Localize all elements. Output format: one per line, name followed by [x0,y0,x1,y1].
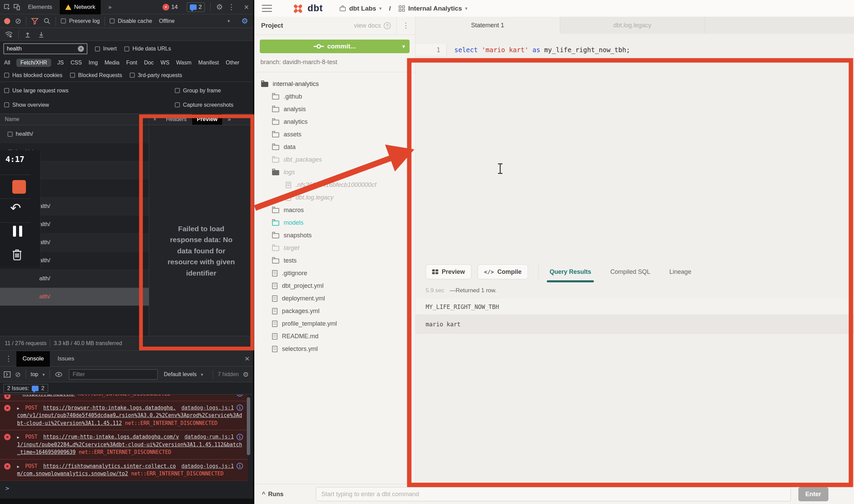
invert-checkbox[interactable]: Invert [95,46,117,52]
context-selector[interactable]: top ▾ [31,371,45,377]
network-request-row[interactable]: alth/ [0,288,149,306]
import-har-icon[interactable] [24,31,31,38]
info-icon[interactable]: i [237,434,243,440]
tree-item[interactable]: dbt.log.legacy [254,191,415,204]
tab-headers[interactable]: Headers [161,114,191,125]
tree-item[interactable]: .github [254,90,415,103]
close-detail-icon[interactable]: × [149,116,160,122]
clear-console-icon[interactable]: ⊘ [15,370,21,379]
tab-network[interactable]: Network [60,0,101,14]
tree-item[interactable]: profile_template.yml [254,317,415,330]
type-chip[interactable]: Other [225,59,240,67]
network-filter-input[interactable]: health × [3,43,87,54]
device-toolbar-icon[interactable] [13,3,20,11]
sql-editor[interactable]: 1 select 'mario kart' as my_life_right_n… [415,34,854,261]
tree-item[interactable]: dbt_project.yml [254,280,415,292]
issues-pill[interactable]: 2 Issues: 2 [3,384,48,393]
network-conditions-icon[interactable] [5,31,13,38]
console-settings-gear-icon[interactable]: ⚙ [243,370,249,379]
compile-button[interactable]: </> Compile [478,264,528,279]
tree-item[interactable]: .gitignore [254,267,415,280]
network-settings-gear-icon[interactable]: ⚙ [241,17,248,26]
results-tab[interactable]: Lineage [669,261,691,282]
type-chip[interactable]: JS [57,59,65,67]
filter-checkbox[interactable]: 3rd-party requests [130,72,182,78]
commit-dropdown-chevron-icon[interactable]: ▾ [402,44,405,49]
tab-preview[interactable]: Preview [192,114,222,125]
tree-item[interactable]: .nfs3665c416bfecb1000000cf [254,179,415,191]
tree-item[interactable]: analysis [254,103,415,116]
close-drawer-icon[interactable]: × [241,354,253,364]
project-kebab-icon[interactable]: ⋮ [396,17,415,34]
hide-data-urls-checkbox[interactable]: Hide data URLs [124,46,171,52]
type-chip[interactable]: Img [88,59,99,67]
preview-button[interactable]: Preview [426,264,471,279]
info-icon[interactable]: i [237,395,243,397]
trash-icon[interactable] [12,248,23,262]
filter-checkbox[interactable]: Has blocked cookies [4,72,62,78]
console-filter-input[interactable]: Filter [69,369,158,380]
issues-count-badge[interactable]: 2 [187,2,205,12]
network-request-row[interactable]: health/ [0,125,149,143]
tree-item[interactable]: snapshots [254,229,415,242]
tab-issues[interactable]: Issues [51,351,80,367]
results-tab[interactable]: Query Results [550,261,591,282]
source-location-link[interactable]: datadog-rum.js:1 [185,433,234,441]
throttling-caret-icon[interactable]: ▾ [228,18,230,24]
project-switcher[interactable]: Internal Analytics ▾ [398,5,467,12]
stop-recording-button[interactable] [12,180,26,194]
tab-elements[interactable]: Elements [23,0,58,14]
tree-item[interactable]: target [254,242,415,254]
type-chip[interactable]: Font [126,59,138,67]
tree-item[interactable]: logs [254,166,415,179]
expand-triangle-icon[interactable]: ▶ [17,406,19,411]
search-icon[interactable] [43,17,51,25]
inspect-element-icon[interactable] [3,3,11,11]
type-chip[interactable]: Fetch/XHR [16,59,51,67]
record-icon[interactable] [4,18,10,24]
info-icon[interactable]: i [237,463,243,469]
console-prompt-chevron[interactable]: > [5,485,9,492]
undo-icon[interactable]: ↶ [10,201,21,216]
expand-triangle-icon[interactable]: ▶ [17,464,19,469]
tree-item[interactable]: assets [254,128,415,141]
results-tab[interactable]: Compiled SQL [610,261,650,282]
log-levels-select[interactable]: Default levels ▾ [164,371,203,377]
type-chip[interactable]: Media [104,59,120,67]
more-tabs-icon[interactable]: » [103,0,117,14]
close-devtools-icon[interactable]: × [240,2,253,12]
info-icon[interactable]: i [237,404,243,411]
commit-button[interactable]: commit... ▾ [260,40,410,53]
network-request-row[interactable]: alth/ [0,270,149,288]
view-option-checkbox[interactable]: Group by frame [175,88,253,94]
tree-item[interactable]: models [254,217,415,229]
column-header-name[interactable]: Name [0,116,149,122]
throttling-select[interactable]: Offline [159,18,175,24]
view-option-checkbox[interactable]: Use large request rows [4,88,175,94]
console-scrollbar[interactable] [247,397,250,455]
filter-checkbox[interactable]: Blocked Requests [70,72,122,78]
tab-dbt-log-legacy[interactable]: dbt.log.legacy [560,17,705,34]
tree-item[interactable]: selectors.yml [254,343,415,355]
tree-item[interactable]: deployment.yml [254,292,415,305]
source-location-link[interactable]: datadog-logs.js:1 [181,404,234,412]
tree-item[interactable]: data [254,141,415,153]
tree-item[interactable]: macros [254,204,415,217]
request-checkbox[interactable] [8,132,13,137]
eye-icon[interactable] [55,371,63,377]
settings-gear-icon[interactable]: ⚙ [216,3,223,12]
tree-item[interactable]: dbt_packages [254,153,415,166]
type-chip[interactable]: Manifest [198,59,219,67]
pause-recording-button[interactable] [13,226,25,237]
type-chip[interactable]: Wasm [175,59,192,67]
tree-item[interactable]: packages.yml [254,305,415,317]
export-har-icon[interactable] [38,31,45,38]
tree-item[interactable]: analytics [254,116,415,128]
kebab-menu-icon[interactable]: ⋮ [225,3,238,12]
filter-funnel-icon[interactable] [31,18,39,25]
enter-button[interactable]: Enter [798,487,828,501]
type-chip[interactable]: CSS [70,59,83,67]
clear-icon[interactable]: ⊘ [15,17,21,26]
tab-console[interactable]: Console [16,351,50,367]
console-sidebar-icon[interactable] [3,371,11,378]
